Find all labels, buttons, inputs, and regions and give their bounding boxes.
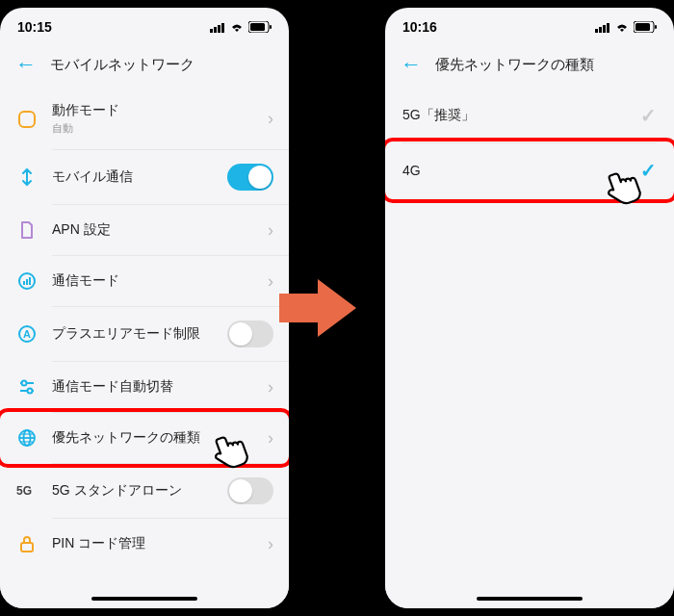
svg-text:5G: 5G: [16, 484, 32, 498]
row-label: PIN コード管理: [52, 535, 268, 552]
svg-rect-28: [607, 23, 609, 33]
status-time: 10:16: [402, 19, 437, 35]
page-title: モバイルネットワーク: [50, 56, 194, 74]
row-label: モバイル通信: [52, 168, 227, 186]
svg-rect-11: [29, 277, 31, 285]
svg-rect-26: [599, 27, 602, 33]
settings-row[interactable]: 優先ネットワークの種類›: [0, 413, 289, 463]
settings-row[interactable]: Aプラスエリアモード制限: [0, 307, 289, 361]
settings-row[interactable]: APN 設定›: [0, 205, 289, 255]
status-icons: [210, 21, 272, 33]
option-row[interactable]: 4G✓: [385, 143, 674, 197]
row-label: 動作モード: [52, 102, 268, 119]
row-sublabel: 自動: [52, 121, 268, 136]
options-list: 5G「推奨」✓4G✓: [385, 89, 674, 608]
settings-row[interactable]: 通信モード›: [0, 256, 289, 306]
svg-rect-25: [595, 29, 598, 33]
row-label: APN 設定: [52, 221, 268, 239]
svg-rect-3: [221, 23, 224, 33]
status-icons: [595, 21, 657, 33]
globe-icon: [15, 426, 39, 449]
check-icon: ✓: [640, 159, 657, 182]
status-bar: 10:15: [0, 8, 289, 46]
page-header: ← モバイルネットワーク: [0, 46, 289, 89]
chevron-right-icon: ›: [268, 534, 273, 554]
arrows-icon: [15, 166, 39, 189]
option-label: 4G: [402, 163, 421, 178]
a-circle-icon: A: [15, 322, 39, 346]
status-bar: 10:16: [385, 8, 674, 46]
row-label: 通信モード: [52, 272, 268, 290]
svg-rect-27: [603, 25, 606, 33]
svg-rect-10: [26, 279, 28, 285]
svg-rect-5: [250, 23, 265, 31]
settings-row[interactable]: 通信モード自動切替›: [0, 362, 289, 412]
page-header: ← 優先ネットワークの種類: [385, 46, 674, 89]
phone-right: 10:16 ← 優先ネットワークの種類 5G「推奨」✓4G✓: [385, 8, 674, 608]
row-label: 通信モード自動切替: [52, 378, 268, 396]
toggle[interactable]: [227, 164, 273, 191]
page-title: 優先ネットワークの種類: [435, 56, 594, 74]
settings-row[interactable]: 動作モード自動›: [0, 89, 289, 149]
back-button[interactable]: ←: [15, 52, 37, 77]
arrow-icon: [318, 279, 356, 337]
signal-icon: [15, 270, 39, 293]
lock-icon: [15, 532, 39, 555]
chevron-right-icon: ›: [268, 428, 273, 449]
battery-icon: [634, 21, 657, 33]
signal-icon: [595, 22, 610, 33]
toggle[interactable]: [227, 321, 273, 347]
svg-rect-2: [218, 25, 220, 33]
row-label: 優先ネットワークの種類: [52, 429, 268, 447]
svg-point-17: [28, 389, 33, 394]
check-icon: ✓: [640, 104, 657, 127]
signal-icon: [210, 22, 225, 33]
option-label: 5G「推奨」: [402, 107, 475, 124]
squircle-icon: [15, 108, 39, 131]
svg-rect-6: [270, 25, 272, 29]
toggle[interactable]: [227, 477, 273, 504]
phone-left: 10:15 ← モバイルネットワーク 動作モード自動›モバイル通信APN 設定›…: [0, 8, 289, 608]
wifi-icon: [229, 22, 245, 33]
svg-rect-7: [19, 112, 35, 127]
home-indicator[interactable]: [477, 597, 583, 601]
chevron-right-icon: ›: [268, 220, 273, 241]
highlight-box: [385, 138, 674, 203]
svg-rect-9: [23, 281, 25, 285]
sliders-icon: [15, 375, 39, 398]
svg-rect-24: [21, 543, 33, 552]
settings-row[interactable]: モバイル通信: [0, 150, 289, 204]
home-indicator[interactable]: [91, 597, 197, 601]
row-label: 5G スタンドアローン: [52, 482, 227, 500]
svg-rect-31: [655, 25, 657, 29]
svg-text:A: A: [23, 328, 31, 340]
5g-icon: 5G: [15, 479, 39, 502]
back-button[interactable]: ←: [401, 52, 422, 77]
option-row[interactable]: 5G「推奨」✓: [385, 89, 674, 142]
settings-row[interactable]: 5G5G スタンドアローン: [0, 464, 289, 518]
settings-list: 動作モード自動›モバイル通信APN 設定›通信モード›Aプラスエリアモード制限通…: [0, 89, 289, 608]
svg-rect-1: [214, 27, 217, 33]
battery-icon: [248, 21, 272, 33]
wifi-icon: [614, 22, 630, 33]
svg-rect-30: [635, 23, 650, 31]
svg-rect-0: [210, 29, 213, 33]
settings-row[interactable]: PIN コード管理›: [0, 519, 289, 569]
chevron-right-icon: ›: [268, 377, 273, 398]
chevron-right-icon: ›: [268, 109, 273, 129]
svg-point-16: [22, 381, 27, 386]
sim-icon: [15, 218, 39, 242]
row-label: プラスエリアモード制限: [52, 325, 227, 343]
status-time: 10:15: [17, 19, 52, 35]
chevron-right-icon: ›: [268, 271, 273, 292]
